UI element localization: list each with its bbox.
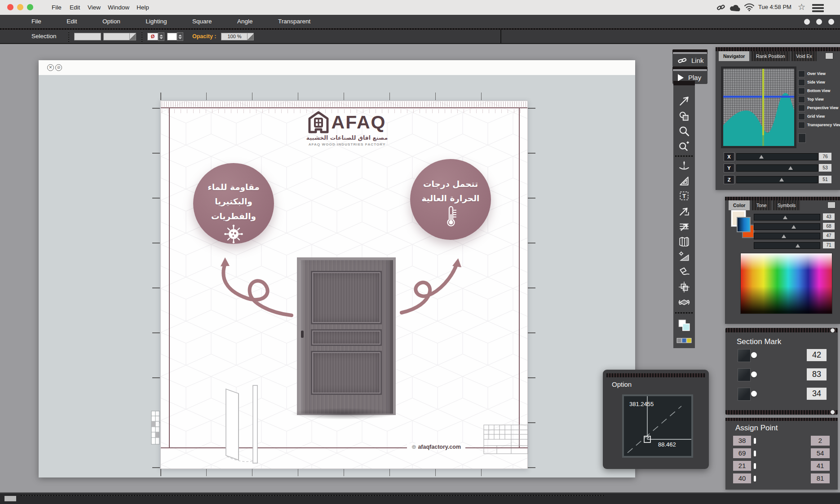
fill-stepper[interactable] <box>158 32 164 41</box>
panel-options-box[interactable] <box>827 202 836 208</box>
panel-options-box[interactable] <box>825 53 833 59</box>
set-square-tool[interactable] <box>675 173 693 189</box>
tab-symbols[interactable]: Symbols <box>773 200 800 210</box>
appmenu-transparent[interactable]: Transparent <box>266 15 322 28</box>
menu-file[interactable]: File <box>46 0 67 15</box>
view-extra-box[interactable] <box>798 133 806 143</box>
panel-grip[interactable] <box>716 47 840 51</box>
tab-tone[interactable]: Tone <box>752 200 771 210</box>
cloud-icon[interactable] <box>729 4 741 13</box>
navigator-preview[interactable] <box>721 66 796 148</box>
link-button[interactable]: Link <box>672 52 707 67</box>
traffic-minimize-button[interactable] <box>17 4 23 10</box>
document-minimize-icon[interactable]: ⊘ <box>55 64 62 71</box>
brand-logo: AFAQ مصنع افاق للصناعات الخشبية AFAQ WOO… <box>305 111 389 146</box>
appmenu-edit[interactable]: Edit <box>55 15 88 28</box>
shapes-tool[interactable] <box>675 109 693 124</box>
export-arrow-tool[interactable] <box>675 203 693 219</box>
appmenu-square[interactable]: Square <box>181 15 224 28</box>
map-fold-tool[interactable] <box>675 234 693 249</box>
artboard[interactable]: AFAQ مصنع افاق للصناعات الخشبية AFAQ WOO… <box>160 101 528 469</box>
zoom-add-tool[interactable] <box>675 139 693 154</box>
fill-swatch-field[interactable] <box>74 33 101 40</box>
text-frame-tool[interactable]: T <box>675 188 693 203</box>
menubar-clock[interactable]: Tue 4:58 PM <box>758 4 791 10</box>
color-value-4[interactable]: 71 <box>823 242 835 248</box>
color-slider-4[interactable] <box>754 242 820 249</box>
zoom-tool[interactable] <box>675 124 693 139</box>
panel-grip[interactable] <box>725 410 838 415</box>
flip-rotate-tool[interactable] <box>675 295 693 310</box>
assign-right-value-3: 41 <box>811 461 830 471</box>
panel-grip[interactable] <box>606 373 705 377</box>
document-close-icon[interactable]: ✕ <box>47 64 54 71</box>
appmenu-angle[interactable]: Angle <box>225 15 265 28</box>
stroke-swatch-field[interactable] <box>103 33 130 40</box>
canvas-ticks-bottom <box>160 469 527 476</box>
assign-point-title: Assign Point <box>735 424 778 433</box>
axis-x-value: 76 <box>819 153 831 160</box>
swatch-blue[interactable] <box>737 217 751 232</box>
color-spectrum-picker[interactable] <box>740 253 832 314</box>
document-titlebar[interactable]: ✕ ⊘ <box>39 60 635 75</box>
globe-icon: ⊕ <box>411 443 416 450</box>
menu-list-icon[interactable] <box>812 3 824 13</box>
angle-light-tool[interactable] <box>675 249 693 264</box>
opacity-value-field[interactable]: 100 % <box>221 33 248 40</box>
section-mark-title: Section Mark <box>737 337 781 346</box>
play-button[interactable]: Play <box>672 69 707 84</box>
bottom-bar-handle[interactable] <box>4 496 16 501</box>
tab-navigator[interactable]: Navigator <box>719 51 749 61</box>
traffic-zoom-button[interactable] <box>27 4 33 10</box>
star-icon[interactable]: ☆ <box>798 2 805 12</box>
none-fill-field[interactable]: Ø <box>147 33 158 40</box>
color-value-1[interactable]: 43 <box>823 213 835 220</box>
panel-grip[interactable] <box>725 197 840 200</box>
tool-strip: T <box>673 85 695 348</box>
color-value-2[interactable]: 68 <box>823 223 835 230</box>
app-window-dot-3[interactable] <box>828 19 834 25</box>
link-status-icon[interactable] <box>716 3 726 14</box>
layers-arrow-tool[interactable] <box>675 219 693 234</box>
toolbar-divider <box>141 31 142 42</box>
select-tool[interactable] <box>675 93 693 109</box>
appmenu-option[interactable]: Option <box>91 15 132 28</box>
tab-void-ex[interactable]: Void Ex <box>791 51 817 61</box>
panel-grip[interactable] <box>725 418 838 421</box>
swatch-dropdown-corner[interactable] <box>129 33 136 40</box>
panel-grip[interactable] <box>725 328 838 332</box>
toolbar-divider <box>68 31 69 42</box>
traffic-close-button[interactable] <box>7 4 13 10</box>
tab-color[interactable]: Color <box>729 200 750 210</box>
app-menubar: File Edit Option Lighting Square Angle T… <box>0 15 840 28</box>
color-value-3[interactable]: 47 <box>823 232 835 239</box>
pin-curve-tool[interactable] <box>675 158 693 173</box>
stroke-stepper[interactable] <box>177 32 183 41</box>
appmenu-lighting[interactable]: Lighting <box>134 15 178 28</box>
white-fill-field[interactable] <box>167 33 177 40</box>
swatch-pair-tool[interactable] <box>675 318 693 333</box>
mini-palette-tool[interactable] <box>675 333 693 348</box>
menu-window[interactable]: Window <box>102 0 135 15</box>
transform-tool[interactable] <box>675 279 693 295</box>
brand-wordmark: AFAQ <box>332 112 386 133</box>
menu-help[interactable]: Help <box>131 0 155 15</box>
section-mark-value-3: 34 <box>807 388 827 400</box>
scale-ruler-widget <box>151 411 160 445</box>
app-window-dot-2[interactable] <box>816 19 822 25</box>
wipe-tool[interactable] <box>675 264 693 279</box>
tab-rank-position[interactable]: Rank Position <box>752 51 790 61</box>
app-window-dot-1[interactable] <box>804 19 810 25</box>
color-slider-1[interactable] <box>754 214 820 221</box>
navigator-panel: Navigator Rank Position Void Ex Over Vie… <box>716 47 840 190</box>
assign-left-value-2: 69 <box>733 448 751 458</box>
wifi-icon[interactable] <box>744 3 755 13</box>
selection-label: Selection <box>31 33 57 40</box>
option-title: Option <box>612 380 632 388</box>
canvas-area[interactable]: AFAQ مصنع افاق للصناعات الخشبية AFAQ WOO… <box>39 75 635 477</box>
color-slider-2[interactable] <box>754 223 820 230</box>
opacity-dropdown-corner[interactable] <box>247 33 254 40</box>
appmenu-file[interactable]: File <box>20 15 53 28</box>
color-slider-3[interactable] <box>754 233 820 239</box>
color-tabs: Color Tone Symbols <box>729 200 800 210</box>
